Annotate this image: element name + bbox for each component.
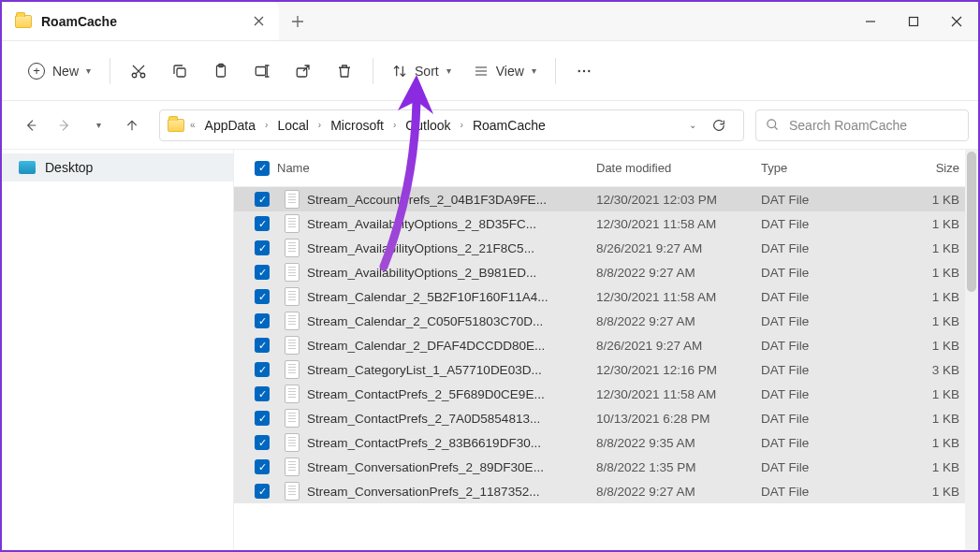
chevron-down-icon: ▾ [446,65,451,76]
file-type: DAT File [761,412,900,426]
file-name: Stream_Calendar_2_DFAF4DCCDD80E... [307,339,596,353]
file-date: 12/30/2021 12:16 PM [596,363,761,377]
row-checkbox[interactable]: ✓ [247,338,277,353]
checkbox-checked-icon: ✓ [255,362,270,377]
svg-point-10 [588,69,590,71]
file-name: Stream_AccountPrefs_2_04B1F3DA9FE... [307,193,596,207]
delete-button[interactable] [324,52,365,90]
tab-title: RoamCache [41,14,241,29]
row-checkbox[interactable]: ✓ [247,411,277,426]
column-name[interactable]: Name [277,161,596,175]
row-checkbox[interactable]: ✓ [247,289,277,304]
file-date: 12/30/2021 12:03 PM [596,193,761,207]
chevron-down-icon[interactable]: ⌄ [689,120,696,130]
file-icon [285,214,300,233]
breadcrumb-roamcache[interactable]: RoamCache [469,116,549,135]
table-row[interactable]: ✓Stream_Calendar_2_5B2F10F160F11A4...12/… [234,284,978,309]
file-icon [285,263,300,282]
file-name: Stream_ConversationPrefs_2_89DF30E... [307,460,596,474]
back-button[interactable] [15,109,47,141]
row-checkbox[interactable]: ✓ [247,386,277,401]
row-checkbox[interactable]: ✓ [247,192,277,207]
sort-button[interactable]: Sort ▾ [381,52,462,90]
sidebar-item-desktop[interactable]: Desktop [2,153,233,182]
file-type: DAT File [761,460,900,474]
checkbox-checked-icon: ✓ [255,435,270,450]
separator [555,58,556,84]
row-checkbox[interactable]: ✓ [247,484,277,499]
more-button[interactable] [563,52,605,90]
file-icon [285,409,300,428]
svg-point-2 [140,73,145,78]
file-date: 12/30/2021 11:58 AM [596,387,761,401]
vertical-scrollbar[interactable] [965,150,978,552]
table-row[interactable]: ✓Stream_AvailabilityOptions_2_8D35FC...1… [234,211,978,236]
minimize-button[interactable] [849,2,892,40]
file-type: DAT File [761,217,900,231]
svg-rect-6 [256,66,266,75]
row-checkbox[interactable]: ✓ [247,313,277,328]
table-row[interactable]: ✓Stream_ContactPrefs_2_83B6619DF30...8/8… [234,430,978,455]
checkbox-checked-icon: ✓ [255,484,270,499]
active-tab[interactable]: RoamCache [2,2,279,40]
folder-icon [168,119,184,132]
column-type[interactable]: Type [761,161,900,175]
view-button[interactable]: View ▾ [462,52,548,90]
checkbox-checked-icon: ✓ [255,338,270,353]
breadcrumb-appdata[interactable]: AppData [201,116,259,135]
table-row[interactable]: ✓Stream_CategoryList_1_A57710DE03D...12/… [234,357,978,382]
table-row[interactable]: ✓Stream_ConversationPrefs_2_89DF30E...8/… [234,455,978,479]
table-row[interactable]: ✓Stream_Calendar_2_C050F51803C70D...8/8/… [234,309,978,333]
share-button[interactable] [283,52,324,90]
table-row[interactable]: ✓Stream_AccountPrefs_2_04B1F3DA9FE...12/… [234,187,978,211]
breadcrumb-local[interactable]: Local [273,116,312,135]
cut-button[interactable] [118,52,159,90]
refresh-button[interactable] [702,118,736,133]
table-row[interactable]: ✓Stream_AvailabilityOptions_2_B981ED...8… [234,260,978,284]
maximize-button[interactable] [892,2,935,40]
table-row[interactable]: ✓Stream_ConversationPrefs_2_1187352...8/… [234,479,978,503]
svg-point-8 [578,69,579,71]
row-checkbox[interactable]: ✓ [247,435,277,450]
table-row[interactable]: ✓Stream_ContactPrefs_2_7A0D5854813...10/… [234,406,978,430]
select-all-checkbox[interactable]: ✓ [247,161,277,176]
scrollbar-thumb[interactable] [967,152,976,292]
forward-button[interactable] [49,109,80,141]
checkbox-checked-icon: ✓ [255,192,270,207]
new-button[interactable]: + New ▾ [17,52,102,90]
checkbox-checked-icon: ✓ [255,265,270,280]
table-row[interactable]: ✓Stream_Calendar_2_DFAF4DCCDD80E...8/26/… [234,333,978,357]
checkbox-checked-icon: ✓ [255,386,270,401]
table-row[interactable]: ✓Stream_ContactPrefs_2_5F689D0CE9E...12/… [234,382,978,406]
paste-button[interactable] [200,52,241,90]
address-bar[interactable]: « AppData › Local › Microsoft › Outlook … [159,109,744,141]
table-row[interactable]: ✓Stream_AvailabilityOptions_2_21F8C5...8… [234,236,978,260]
sidebar: Desktop [2,150,234,552]
file-type: DAT File [761,485,900,499]
row-checkbox[interactable]: ✓ [247,459,277,474]
row-checkbox[interactable]: ✓ [247,216,277,231]
search-box[interactable] [755,109,969,141]
row-checkbox[interactable]: ✓ [247,240,277,255]
file-name: Stream_AvailabilityOptions_2_21F8C5... [307,241,596,255]
up-button[interactable] [116,109,148,141]
copy-icon [171,63,188,80]
checkbox-checked-icon: ✓ [255,313,270,328]
close-window-button[interactable] [935,2,978,40]
row-checkbox[interactable]: ✓ [247,362,277,377]
search-input[interactable] [789,118,958,133]
rename-button[interactable] [241,52,283,90]
breadcrumb-outlook[interactable]: Outlook [402,116,454,135]
close-tab-button[interactable] [251,14,266,29]
row-checkbox[interactable]: ✓ [247,265,277,280]
file-icon [285,482,300,501]
checkbox-checked-icon: ✓ [255,216,270,231]
new-tab-button[interactable] [279,2,316,40]
copy-button[interactable] [159,52,200,90]
breadcrumb-microsoft[interactable]: Microsoft [327,116,388,135]
column-date[interactable]: Date modified [596,161,761,175]
scissors-icon [130,63,147,80]
recent-button[interactable]: ▾ [82,109,114,141]
view-icon [474,64,489,79]
file-type: DAT File [761,436,900,450]
